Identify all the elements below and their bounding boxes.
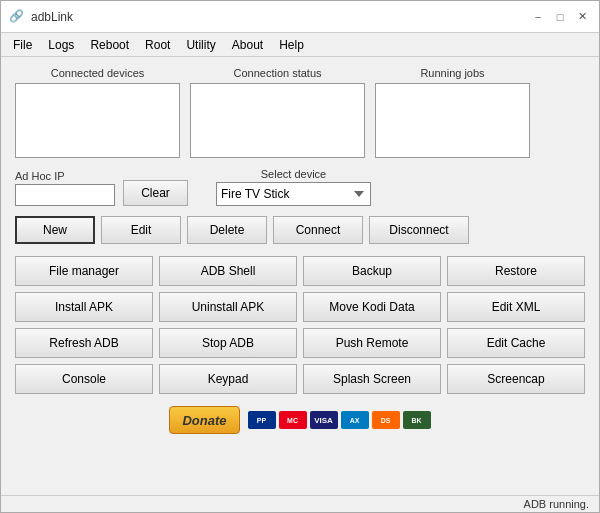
visa-icon: VISA [310,411,338,429]
console-button[interactable]: Console [15,364,153,394]
mastercard-icon: MC [279,411,307,429]
status-label: Connection status [233,67,321,79]
menu-utility[interactable]: Utility [178,36,223,54]
connected-label: Connected devices [51,67,145,79]
select-device-label: Select device [261,168,326,180]
stop-adb-button[interactable]: Stop ADB [159,328,297,358]
edit-xml-button[interactable]: Edit XML [447,292,585,322]
amex-icon: AX [341,411,369,429]
minimize-button[interactable]: − [529,8,547,26]
menu-logs[interactable]: Logs [40,36,82,54]
running-jobs-panel [375,83,530,158]
refresh-adb-button[interactable]: Refresh ADB [15,328,153,358]
maximize-button[interactable]: □ [551,8,569,26]
new-button[interactable]: New [15,216,95,244]
connected-devices-panel [15,83,180,158]
actions-row: New Edit Delete Connect Disconnect [15,216,585,244]
panels-row: Connected devices Connection status Runn… [15,67,585,158]
restore-button[interactable]: Restore [447,256,585,286]
connect-button[interactable]: Connect [273,216,363,244]
uninstall-apk-button[interactable]: Uninstall APK [159,292,297,322]
menu-help[interactable]: Help [271,36,312,54]
bank-icon: BK [403,411,431,429]
adhoc-group: Ad Hoc IP [15,170,115,206]
running-label: Running jobs [420,67,484,79]
file-manager-button[interactable]: File manager [15,256,153,286]
adb-shell-button[interactable]: ADB Shell [159,256,297,286]
move-kodi-data-button[interactable]: Move Kodi Data [303,292,441,322]
app-icon: 🔗 [9,9,25,25]
title-bar: 🔗 adbLink − □ ✕ [1,1,599,33]
adhoc-input[interactable] [15,184,115,206]
edit-button[interactable]: Edit [101,216,181,244]
adhoc-row: Ad Hoc IP Clear Select device Fire TV St… [15,168,585,206]
edit-cache-button[interactable]: Edit Cache [447,328,585,358]
buttons-grid: File manager ADB Shell Backup Restore In… [15,256,585,394]
disconnect-button[interactable]: Disconnect [369,216,469,244]
install-apk-button[interactable]: Install APK [15,292,153,322]
connection-status-panel [190,83,365,158]
title-bar-left: 🔗 adbLink [9,9,73,25]
clear-button[interactable]: Clear [123,180,188,206]
status-panel-group: Connection status [190,67,365,158]
select-device-group: Select device Fire TV Stick Fire TV Fire… [216,168,371,206]
paypal-icon: PP [248,411,276,429]
menu-file[interactable]: File [5,36,40,54]
payment-icons: PP MC VISA AX DS BK [248,411,431,429]
menu-about[interactable]: About [224,36,271,54]
running-panel-group: Running jobs [375,67,530,158]
connected-panel-group: Connected devices [15,67,180,158]
backup-button[interactable]: Backup [303,256,441,286]
adhoc-label: Ad Hoc IP [15,170,115,182]
bottom-row: Donate PP MC VISA AX DS BK [15,406,585,434]
menu-bar: File Logs Reboot Root Utility About Help [1,33,599,57]
status-text: ADB running. [524,498,589,510]
keypad-button[interactable]: Keypad [159,364,297,394]
status-bar: ADB running. [1,495,599,512]
main-window: 🔗 adbLink − □ ✕ File Logs Reboot Root Ut… [0,0,600,513]
title-bar-controls: − □ ✕ [529,8,591,26]
window-title: adbLink [31,10,73,24]
screencap-button[interactable]: Screencap [447,364,585,394]
push-remote-button[interactable]: Push Remote [303,328,441,358]
close-button[interactable]: ✕ [573,8,591,26]
content-area: Connected devices Connection status Runn… [1,57,599,495]
menu-reboot[interactable]: Reboot [82,36,137,54]
splash-screen-button[interactable]: Splash Screen [303,364,441,394]
menu-root[interactable]: Root [137,36,178,54]
delete-button[interactable]: Delete [187,216,267,244]
device-select[interactable]: Fire TV Stick Fire TV Fire TV Cube [216,182,371,206]
donate-button[interactable]: Donate [169,406,239,434]
discover-icon: DS [372,411,400,429]
